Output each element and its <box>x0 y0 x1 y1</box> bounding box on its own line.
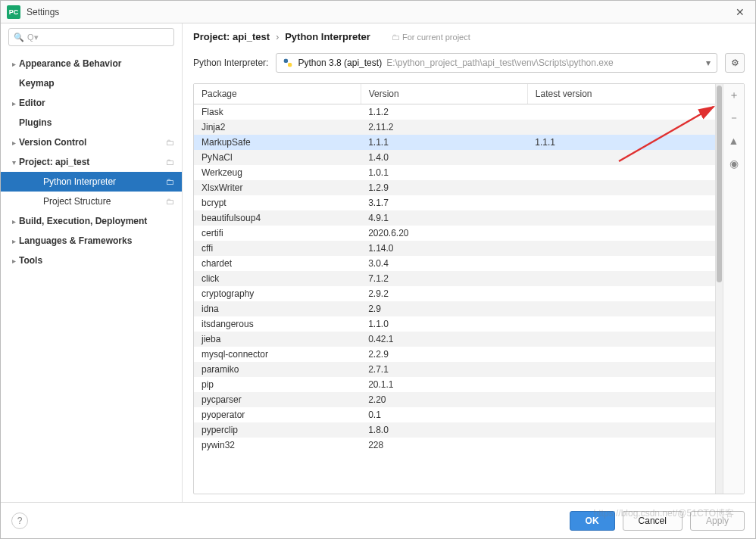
ok-button[interactable]: OK <box>570 511 615 531</box>
close-icon[interactable]: ✕ <box>731 5 749 20</box>
sidebar-item-build[interactable]: Build, Execution, Deployment <box>1 211 182 231</box>
show-early-releases-button[interactable]: ◉ <box>727 157 741 170</box>
breadcrumb: Project: api_test › Python Interpreter F… <box>193 31 745 42</box>
cancel-button[interactable]: Cancel <box>623 511 683 531</box>
package-table-scroll[interactable]: Package Version Latest version Flask1.1.… <box>194 84 715 494</box>
cell-latest <box>527 150 715 165</box>
package-toolbar: ＋ － ▲ ◉ <box>723 84 744 494</box>
table-row[interactable]: Werkzeug1.0.1 <box>194 165 715 180</box>
help-button[interactable]: ? <box>11 513 28 529</box>
table-row[interactable]: itsdangerous1.1.0 <box>194 316 715 332</box>
cell-name: pip <box>194 377 361 392</box>
cell-version: 1.8.0 <box>361 422 527 438</box>
cell-name: Werkzeug <box>194 165 361 180</box>
sidebar-item-keymap[interactable]: Keymap <box>1 73 182 93</box>
cell-version: 4.9.1 <box>361 210 527 226</box>
svg-rect-0 <box>284 59 288 63</box>
cell-version: 1.14.0 <box>361 241 527 256</box>
cell-latest <box>527 256 715 271</box>
plus-icon: ＋ <box>729 89 739 102</box>
table-row[interactable]: click7.1.2 <box>194 271 715 286</box>
cell-version: 1.1.0 <box>361 316 527 332</box>
table-row[interactable]: PyNaCl1.4.0 <box>194 150 715 165</box>
remove-package-button[interactable]: － <box>727 111 741 125</box>
table-row[interactable]: pyoperator0.1 <box>194 407 715 422</box>
sidebar-item-lang[interactable]: Languages & Frameworks <box>1 231 182 251</box>
sidebar-item-tools[interactable]: Tools <box>1 251 182 270</box>
scope-badge: For current project <box>392 33 470 42</box>
cell-name: cryptography <box>194 286 361 301</box>
sidebar-item-label: Plugins <box>19 117 52 128</box>
cell-version: 2.9.2 <box>361 286 527 301</box>
svg-rect-1 <box>288 63 292 67</box>
table-row[interactable]: pycparser2.20 <box>194 392 715 407</box>
upgrade-package-button[interactable]: ▲ <box>727 134 741 148</box>
cell-version: 1.1.2 <box>361 104 527 120</box>
table-row[interactable]: cryptography2.9.2 <box>194 286 715 301</box>
sidebar-item-vcs[interactable]: Version Control🗀 <box>1 132 182 152</box>
table-row[interactable]: pip20.1.1 <box>194 377 715 392</box>
interpreter-select[interactable]: Python 3.8 (api_test) E:\python_project_… <box>276 53 717 73</box>
table-row[interactable]: certifi2020.6.20 <box>194 226 715 241</box>
cell-name: Flask <box>194 104 361 120</box>
cell-name: pyperclip <box>194 422 361 438</box>
window-title: Settings <box>27 7 59 17</box>
chevron-icon <box>8 99 19 107</box>
cell-latest <box>527 120 715 135</box>
search-input[interactable]: 🔍 Q▾ <box>8 28 174 46</box>
chevron-icon <box>8 158 19 167</box>
table-row[interactable]: MarkupSafe1.1.11.1.1 <box>194 135 715 150</box>
cell-latest <box>527 438 715 453</box>
chevron-icon <box>8 139 19 147</box>
add-package-button[interactable]: ＋ <box>727 89 741 102</box>
table-row[interactable]: bcrypt3.1.7 <box>194 195 715 210</box>
sidebar-item-label: Project: api_test <box>19 157 89 167</box>
table-row[interactable]: Flask1.1.2 <box>194 104 715 120</box>
table-row[interactable]: cffi1.14.0 <box>194 241 715 256</box>
interpreter-path: E:\python_project_path\api_test\venv\Scr… <box>386 58 614 68</box>
col-latest[interactable]: Latest version <box>527 84 715 104</box>
table-row[interactable]: idna2.9 <box>194 301 715 316</box>
table-row[interactable]: chardet3.0.4 <box>194 256 715 271</box>
sidebar-item-editor[interactable]: Editor <box>1 93 182 113</box>
sidebar-item-project-structure[interactable]: Project Structure🗀 <box>1 192 182 211</box>
cell-latest <box>527 362 715 377</box>
cell-version: 2.9 <box>361 301 527 316</box>
chevron-icon <box>8 60 19 68</box>
interpreter-settings-button[interactable]: ⚙ <box>725 53 745 73</box>
table-row[interactable]: paramiko2.7.1 <box>194 362 715 377</box>
cell-latest <box>527 180 715 195</box>
project-scope-icon: 🗀 <box>166 177 174 186</box>
cell-latest <box>527 286 715 301</box>
table-row[interactable]: XlsxWriter1.2.9 <box>194 180 715 195</box>
cell-latest <box>527 392 715 407</box>
cell-version: 3.0.4 <box>361 256 527 271</box>
cell-latest <box>527 271 715 286</box>
sidebar-item-appearance[interactable]: Appearance & Behavior <box>1 54 182 73</box>
cell-name: pycparser <box>194 392 361 407</box>
cell-latest <box>527 347 715 362</box>
cell-version: 2020.6.20 <box>361 226 527 241</box>
cell-name: pyoperator <box>194 407 361 422</box>
scrollbar[interactable] <box>715 84 723 494</box>
cell-latest <box>527 165 715 180</box>
cell-name: cffi <box>194 241 361 256</box>
python-icon <box>283 58 293 68</box>
sidebar-item-python-interpreter[interactable]: Python Interpreter🗀 <box>1 172 182 192</box>
table-row[interactable]: jieba0.42.1 <box>194 332 715 347</box>
table-row[interactable]: Jinja22.11.2 <box>194 120 715 135</box>
table-row[interactable]: pyperclip1.8.0 <box>194 422 715 438</box>
app-icon: PC <box>7 5 20 19</box>
table-row[interactable]: pywin32228 <box>194 438 715 453</box>
scrollbar-thumb[interactable] <box>717 86 722 282</box>
cell-name: Jinja2 <box>194 120 361 135</box>
table-row[interactable]: beautifulsoup44.9.1 <box>194 210 715 226</box>
col-version[interactable]: Version <box>361 84 527 104</box>
table-row[interactable]: mysql-connector2.2.9 <box>194 347 715 362</box>
cell-latest <box>527 332 715 347</box>
col-package[interactable]: Package <box>194 84 361 104</box>
apply-button[interactable]: Apply <box>690 511 745 531</box>
sidebar-item-plugins[interactable]: Plugins <box>1 113 182 132</box>
sidebar-item-project[interactable]: Project: api_test🗀 <box>1 152 182 172</box>
help-icon: ? <box>17 516 23 526</box>
